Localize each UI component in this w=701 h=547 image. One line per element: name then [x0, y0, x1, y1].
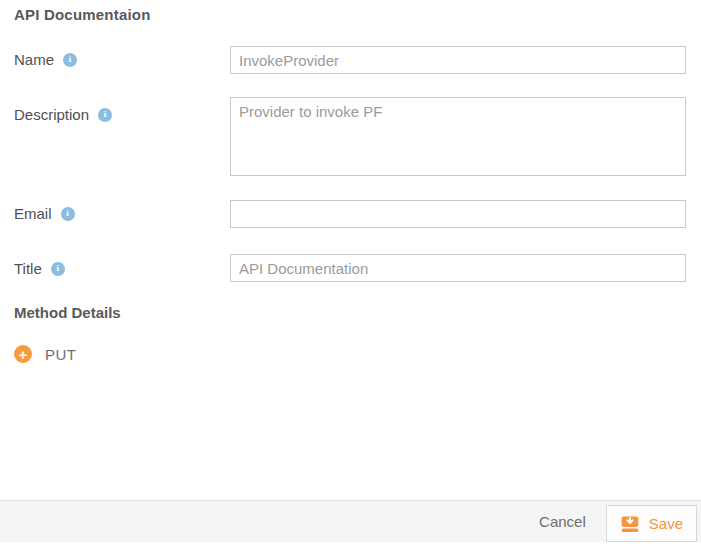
email-label: Email i — [14, 205, 75, 222]
email-label-text: Email — [14, 205, 52, 222]
page-title: API Documentaion — [14, 6, 151, 23]
save-button[interactable]: Save — [606, 505, 697, 542]
info-icon[interactable]: i — [63, 53, 77, 67]
method-row-put[interactable]: + PUT — [14, 345, 77, 363]
info-icon[interactable]: i — [61, 207, 75, 221]
description-textarea[interactable]: Provider to invoke PF — [230, 97, 686, 176]
description-label-text: Description — [14, 106, 89, 123]
name-label: Name i — [14, 51, 77, 68]
title-input[interactable] — [230, 254, 686, 282]
email-input[interactable] — [230, 200, 686, 228]
add-method-plus-icon[interactable]: + — [14, 345, 32, 363]
footer-bar: Cancel Save — [0, 500, 701, 542]
api-documentation-panel: API Documentaion Name i Description i Pr… — [0, 0, 701, 547]
title-label-text: Title — [14, 260, 42, 277]
method-details-heading: Method Details — [14, 304, 121, 321]
save-icon — [620, 514, 640, 534]
method-name-label[interactable]: PUT — [45, 346, 77, 363]
title-label: Title i — [14, 260, 65, 277]
description-label: Description i — [14, 106, 112, 123]
name-input[interactable] — [230, 46, 686, 74]
cancel-button[interactable]: Cancel — [537, 507, 588, 536]
name-label-text: Name — [14, 51, 54, 68]
info-icon[interactable]: i — [51, 262, 65, 276]
info-icon[interactable]: i — [98, 108, 112, 122]
save-button-label: Save — [649, 515, 683, 532]
